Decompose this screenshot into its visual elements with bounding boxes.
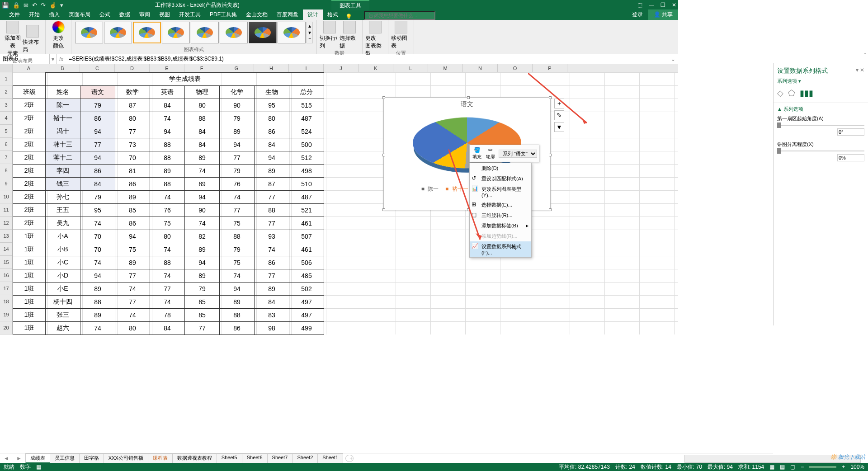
table-header[interactable]: 英语 bbox=[150, 86, 185, 99]
save-icon[interactable]: 💾 bbox=[2, 2, 9, 9]
cell[interactable]: 77 bbox=[220, 204, 255, 217]
cell[interactable]: 89 bbox=[255, 165, 289, 178]
row-header-3[interactable]: 3 bbox=[0, 99, 13, 112]
table-header[interactable]: 生物 bbox=[255, 86, 289, 99]
cell[interactable]: 89 bbox=[220, 296, 255, 309]
cell[interactable]: 吴九 bbox=[46, 217, 80, 230]
gallery-up-icon[interactable]: ▴ bbox=[307, 23, 312, 29]
cell[interactable]: 93 bbox=[255, 230, 289, 243]
cell[interactable]: 2班 bbox=[13, 125, 46, 138]
cell[interactable]: 75 bbox=[220, 217, 255, 230]
cell[interactable]: 77 bbox=[80, 138, 115, 151]
cell[interactable]: 86 bbox=[115, 178, 150, 191]
cell[interactable]: 77 bbox=[220, 151, 255, 165]
cell[interactable]: 94 bbox=[220, 283, 255, 296]
cell[interactable]: 88 bbox=[150, 256, 185, 269]
cell[interactable]: 1班 bbox=[13, 243, 46, 256]
share-button[interactable]: 👤 共享 bbox=[648, 9, 678, 20]
cell[interactable]: 86 bbox=[80, 165, 115, 178]
cell[interactable]: 小E bbox=[46, 283, 80, 296]
row-header-9[interactable]: 9 bbox=[0, 177, 13, 190]
cell[interactable]: 94 bbox=[220, 138, 255, 151]
cell[interactable]: 94 bbox=[80, 125, 115, 138]
context-menu-item[interactable]: ↺重设以匹配样式(A) bbox=[470, 174, 531, 184]
chart-style-4[interactable] bbox=[162, 22, 190, 43]
col-header-B[interactable]: B bbox=[45, 64, 80, 72]
cell[interactable]: 74 bbox=[185, 165, 220, 178]
table-title[interactable]: 学生成绩表 bbox=[46, 73, 324, 86]
cell[interactable]: 84 bbox=[150, 322, 185, 335]
cell[interactable]: 王五 bbox=[46, 204, 80, 217]
cell[interactable]: 80 bbox=[150, 230, 185, 243]
change-colors-button[interactable]: 更改 颜色 bbox=[48, 21, 68, 50]
gallery-more-icon[interactable]: ⁼ bbox=[307, 36, 312, 42]
cell[interactable]: 98 bbox=[255, 322, 289, 335]
cell[interactable]: 79 bbox=[185, 283, 220, 296]
cell[interactable]: 77 bbox=[185, 322, 220, 335]
cell[interactable]: 2班 bbox=[13, 138, 46, 151]
chart-title[interactable]: 语文 bbox=[384, 98, 550, 111]
fill-button[interactable]: 🪣填充 bbox=[472, 147, 482, 160]
cell[interactable]: 70 bbox=[115, 151, 150, 165]
cell[interactable]: 2班 bbox=[13, 165, 46, 178]
cell[interactable]: 84 bbox=[255, 138, 289, 151]
cell[interactable]: 487 bbox=[289, 191, 324, 204]
tab-baidu[interactable]: 百度网盘 bbox=[272, 9, 303, 20]
qat-more-icon[interactable]: ▾ bbox=[60, 2, 63, 9]
tab-developer[interactable]: 开发工具 bbox=[175, 9, 205, 20]
cell[interactable]: 84 bbox=[185, 125, 220, 138]
mail-icon[interactable]: ✉ bbox=[24, 2, 28, 9]
cell[interactable]: 84 bbox=[255, 296, 289, 309]
cell[interactable]: 80 bbox=[255, 112, 289, 125]
cell[interactable]: 1班 bbox=[13, 256, 46, 269]
cell[interactable]: 89 bbox=[150, 165, 185, 178]
cell[interactable]: 85 bbox=[185, 296, 220, 309]
cell[interactable]: 1班 bbox=[13, 296, 46, 309]
row-header-16[interactable]: 16 bbox=[0, 269, 13, 282]
series-selector[interactable]: 系列 "语文" bbox=[499, 150, 537, 158]
cell[interactable]: 75 bbox=[150, 217, 185, 230]
cell[interactable]: 76 bbox=[220, 178, 255, 191]
cell[interactable]: 79 bbox=[220, 243, 255, 256]
cell[interactable]: 89 bbox=[185, 243, 220, 256]
cell[interactable]: 500 bbox=[289, 138, 324, 151]
cell[interactable]: 86 bbox=[255, 125, 289, 138]
table-header[interactable]: 总分 bbox=[289, 86, 324, 99]
col-header-N[interactable]: N bbox=[463, 64, 498, 72]
row-header-19[interactable]: 19 bbox=[0, 308, 13, 321]
undo-icon[interactable]: ↶ bbox=[32, 2, 37, 9]
cell[interactable]: 461 bbox=[289, 243, 324, 256]
cell[interactable]: 86 bbox=[115, 217, 150, 230]
chart-styles-gallery[interactable]: ▴ ▾ ⁼ bbox=[74, 21, 314, 44]
cell[interactable]: 孙七 bbox=[46, 191, 80, 204]
cell[interactable]: 90 bbox=[220, 99, 255, 112]
col-header-E[interactable]: E bbox=[150, 64, 184, 72]
quick-layout-button[interactable]: 快速布局 bbox=[23, 21, 42, 57]
context-menu-item[interactable]: 删除(D) bbox=[470, 163, 531, 174]
cell[interactable]: 86 bbox=[220, 322, 255, 335]
select-data-button[interactable]: 选择数据 bbox=[340, 21, 359, 50]
tell-me-input[interactable] bbox=[364, 11, 435, 20]
cell[interactable]: 张三 bbox=[46, 309, 80, 322]
tab-file[interactable]: 文件 bbox=[5, 9, 24, 20]
cell[interactable]: 89 bbox=[80, 283, 115, 296]
add-chart-element-button[interactable]: 添加图表 元素 bbox=[3, 21, 23, 57]
chart-elements-button[interactable]: + bbox=[554, 99, 564, 108]
row-header-5[interactable]: 5 bbox=[0, 125, 13, 138]
cell[interactable]: 497 bbox=[289, 309, 324, 322]
cell[interactable]: 77 bbox=[150, 283, 185, 296]
col-header-O[interactable]: O bbox=[498, 64, 533, 72]
tab-insert[interactable]: 插入 bbox=[44, 9, 64, 20]
cell[interactable]: 524 bbox=[289, 125, 324, 138]
cell[interactable]: 94 bbox=[150, 125, 185, 138]
chart-style-1[interactable] bbox=[75, 22, 103, 43]
col-header-I[interactable]: I bbox=[289, 64, 324, 72]
tab-format[interactable]: 格式 bbox=[323, 9, 343, 20]
cell[interactable]: 74 bbox=[185, 217, 220, 230]
row-header-4[interactable]: 4 bbox=[0, 112, 13, 125]
cell[interactable]: 74 bbox=[80, 256, 115, 269]
cell[interactable]: 88 bbox=[220, 230, 255, 243]
row-header-13[interactable]: 13 bbox=[0, 230, 13, 243]
cell[interactable]: 88 bbox=[255, 204, 289, 217]
cell[interactable]: 95 bbox=[255, 99, 289, 112]
